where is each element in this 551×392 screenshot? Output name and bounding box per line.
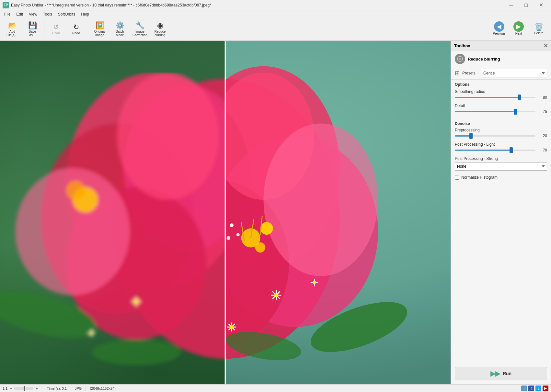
image-correction-icon: 🔧 [136,22,144,29]
delete-button[interactable]: 🗑️ Delete [529,20,548,39]
delete-icon: 🗑️ [534,24,543,31]
run-button[interactable]: ▶▶ Run [455,367,547,380]
svg-point-31 [230,325,234,329]
zoom-slider-track[interactable] [14,387,33,390]
normalize-histogram-label[interactable]: Normalize Histogram [461,175,498,180]
menu-help[interactable]: Help [78,11,92,17]
previous-icon: ◀ [494,21,504,32]
run-icon: ▶▶ [490,370,500,377]
window-title: Easy Photo Unblur - ****Unregistered ver… [11,3,504,7]
detail-thumb[interactable] [514,109,517,115]
preprocessing-track[interactable] [455,135,535,137]
svg-point-56 [459,58,461,60]
smoothing-radius-label: Smoothing radius [455,89,547,94]
presets-dropdown[interactable]: Gentle Normal Strong Custom [481,69,547,77]
redo-button[interactable]: ↻ Redo [66,20,86,39]
menu-file[interactable]: File [1,11,13,17]
smoothing-radius-track[interactable] [455,97,535,98]
normalize-histogram-checkbox[interactable] [455,175,459,180]
post-light-label: Post Processing - Light [455,142,547,147]
post-strong-label: Post Processing - Strong [455,156,547,161]
minimize-button[interactable]: ─ [504,0,519,10]
status-separator-1 [43,386,43,391]
detail-row: Detail 75 [451,102,551,117]
smoothing-radius-value: 80 [538,95,547,100]
app-icon: EP [3,2,9,8]
detail-container: 75 [455,109,547,114]
post-light-thumb[interactable] [510,147,513,153]
menu-view[interactable]: View [26,11,40,17]
smoothing-radius-row: Smoothing radius 80 [451,88,551,102]
toolbar-separator-1 [44,21,44,38]
delete-label: Delete [534,31,544,35]
next-button[interactable]: ▶ Next [510,20,528,39]
toolbox-header: Toolbox ✕ [451,41,551,51]
svg-point-53 [90,331,94,335]
add-files-button[interactable]: 📂 Add File(s)... [3,20,22,39]
menu-edit[interactable]: Edit [13,11,26,17]
next-label: Next [515,32,522,35]
preprocessing-row: Preprocessing 20 [451,127,551,141]
run-label: Run [503,371,511,376]
options-section-label: Options [451,80,551,88]
svg-point-47 [92,340,181,365]
post-light-track[interactable] [455,150,535,151]
info-icon[interactable]: i [521,386,527,391]
toolbox-panel: Toolbox ✕ Reduce blurring ⊞ Presets Gent… [451,41,551,384]
toolbar-navigation: ◀ Previous ▶ Next 🗑️ Delete [490,20,548,39]
svg-point-50 [134,299,139,304]
maximize-button[interactable]: □ [519,0,534,10]
reduce-blurring-header: Reduce blurring [451,51,551,67]
statusbar: 1:1 − + Time (s): 0.1 JPG (2048x1152x24)… [0,384,551,392]
preprocessing-container: 20 [455,134,547,138]
svg-point-21 [226,236,230,240]
titlebar: EP Easy Photo Unblur - ****Unregistered … [0,0,551,10]
preprocessing-thumb[interactable] [469,133,473,139]
image-viewer[interactable] [0,41,451,384]
original-image-icon: 🖼️ [96,22,104,29]
main-area: Toolbox ✕ Reduce blurring ⊞ Presets Gent… [0,41,551,384]
menu-tools[interactable]: Tools [40,11,55,17]
original-image-button[interactable]: 🖼️ Original Image [90,20,109,39]
image-correction-label: Image Correction [132,30,147,37]
smoothing-radius-thumb[interactable] [518,95,521,100]
batch-mode-button[interactable]: ⚙️ Batch Mode [110,20,130,39]
social-icons: i f t ▶ [521,386,548,391]
youtube-icon[interactable]: ▶ [543,386,548,391]
twitter-icon[interactable]: t [535,386,541,391]
toolbar: 📂 Add File(s)... 💾 Save as... ↺ Undo ↻ R… [0,18,551,41]
close-button[interactable]: ✕ [534,0,548,10]
status-separator-3 [86,386,86,391]
facebook-icon[interactable]: f [528,386,534,391]
previous-button[interactable]: ◀ Previous [490,20,508,39]
toolbox-close-button[interactable]: ✕ [544,43,548,49]
post-strong-dropdown[interactable]: None Mild Moderate Heavy [455,162,547,171]
zoom-out-button[interactable]: − [9,386,13,391]
menubar: File Edit View Tools SoftOrbits Help [0,10,551,18]
post-light-row: Post Processing - Light 70 [451,141,551,155]
presets-icon: ⊞ [455,70,460,77]
reduce-blurring-label: Reduce blurring [468,57,500,62]
denoise-section-label: Denoise [451,119,551,127]
flower-image [0,41,451,384]
zoom-slider-thumb[interactable] [24,386,25,391]
menu-softorbits[interactable]: SoftOrbits [55,11,78,17]
reduce-blurring-toolbar-button[interactable]: ◉ Reduce blurring [150,20,170,39]
svg-point-11 [263,123,378,276]
detail-label: Detail [455,104,547,108]
zoom-in-button[interactable]: + [35,386,39,391]
image-correction-button[interactable]: 🔧 Image Correction [130,20,150,39]
detail-track[interactable] [455,111,535,112]
status-separator-2 [71,386,71,391]
next-icon: ▶ [513,21,524,32]
toolbar-separator-2 [88,21,88,38]
save-as-label: Save as... [29,30,36,37]
format-display: JPG [75,386,82,390]
save-as-button[interactable]: 💾 Save as... [23,20,42,39]
smoothing-radius-fill [455,97,519,98]
undo-button[interactable]: ↺ Undo [46,20,66,39]
divider-1 [455,118,547,118]
detail-fill [455,111,515,112]
add-files-label: Add File(s)... [6,30,18,37]
presets-row: ⊞ Presets Gentle Normal Strong Custom [451,67,551,80]
